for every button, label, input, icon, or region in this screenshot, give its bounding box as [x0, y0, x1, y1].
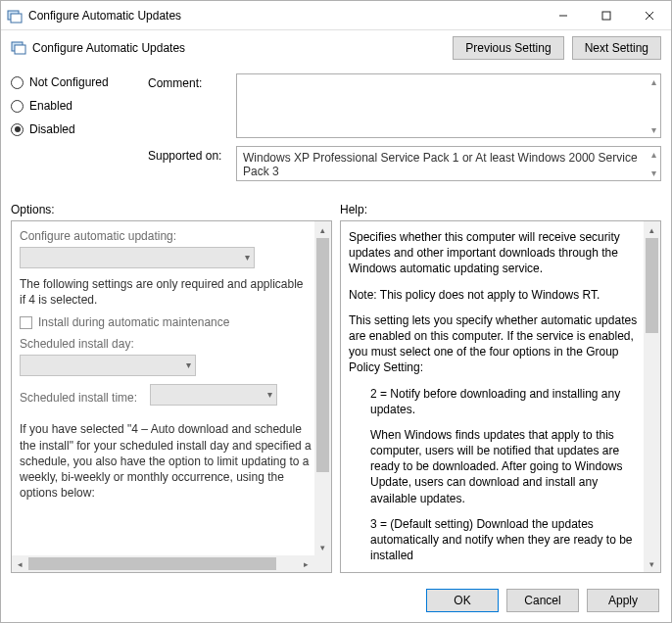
chevron-down-icon[interactable]: ▾ [651, 124, 656, 135]
radio-enabled[interactable] [11, 100, 24, 113]
scroll-up-icon[interactable]: ▴ [314, 221, 331, 238]
settings-top: Not Configured Enabled Disabled Comment:… [1, 70, 671, 197]
help-text: This setting lets you specify whether au… [349, 312, 641, 376]
chevron-up-icon[interactable]: ▴ [651, 149, 656, 160]
dialog-footer: OK Cancel Apply [1, 579, 671, 622]
help-text: Note: This policy does not apply to Wind… [349, 287, 641, 303]
options-panel: Configure automatic updating: ▾ The foll… [11, 220, 332, 573]
apply-button[interactable]: Apply [587, 589, 659, 612]
group-policy-editor-dialog: Configure Automatic Updates Configure Au… [0, 0, 672, 623]
policy-title: Configure Automatic Updates [32, 41, 185, 55]
chevron-down-icon[interactable]: ▾ [651, 168, 656, 178]
minimize-button[interactable] [542, 1, 585, 29]
help-label: Help: [340, 203, 661, 216]
scheduled-day-label: Scheduled install day: [20, 337, 312, 351]
supported-on-text: Windows XP Professional Service Pack 1 o… [237, 147, 660, 182]
svg-rect-3 [602, 12, 610, 20]
options-vertical-scrollbar[interactable]: ▴ ▾ [314, 221, 331, 555]
scroll-down-icon[interactable]: ▾ [644, 555, 660, 572]
install-maintenance-label: Install during automatic maintenance [38, 315, 229, 329]
supported-label: Supported on: [148, 146, 236, 181]
chevron-down-icon: ▾ [245, 252, 250, 263]
policy-icon [7, 8, 23, 24]
help-vertical-scrollbar[interactable]: ▴ ▾ [644, 221, 660, 572]
next-setting-button[interactable]: Next Setting [572, 36, 661, 60]
scroll-left-icon[interactable]: ◂ [12, 555, 28, 572]
chevron-down-icon: ▾ [186, 359, 191, 370]
policy-icon [11, 39, 26, 58]
window-title: Configure Automatic Updates [28, 9, 542, 23]
help-text: 2 = Notify before downloading and instal… [349, 386, 641, 417]
comment-label: Comment: [148, 73, 236, 138]
header: Configure Automatic Updates Previous Set… [1, 30, 671, 70]
chevron-down-icon: ▾ [267, 389, 272, 400]
help-text: When Windows finds updates that apply to… [349, 427, 641, 506]
scheduled-time-label: Scheduled install time: [20, 392, 137, 406]
cancel-button[interactable]: Cancel [506, 589, 579, 612]
ok-button[interactable]: OK [426, 589, 499, 612]
supported-on-box: Windows XP Professional Service Pack 1 o… [236, 146, 661, 181]
svg-rect-1 [11, 14, 22, 23]
scroll-up-icon[interactable]: ▴ [644, 221, 660, 238]
close-button[interactable] [628, 1, 671, 29]
options-label: Options: [11, 203, 332, 216]
radio-not-configured[interactable] [11, 76, 24, 89]
comment-textarea[interactable]: ▴ ▾ [236, 73, 661, 138]
scroll-down-icon[interactable]: ▾ [314, 539, 331, 555]
chevron-up-icon[interactable]: ▴ [651, 76, 656, 87]
configure-updating-combo[interactable]: ▾ [20, 247, 255, 268]
previous-setting-button[interactable]: Previous Setting [453, 36, 563, 60]
radio-label-disabled: Disabled [29, 122, 75, 136]
help-text: Specifies whether this computer will rec… [349, 229, 641, 277]
options-required-note: The following settings are only required… [20, 276, 312, 308]
state-radio-group: Not Configured Enabled Disabled [11, 73, 148, 189]
titlebar: Configure Automatic Updates [1, 1, 671, 30]
radio-label-not-configured: Not Configured [29, 75, 109, 89]
scroll-right-icon[interactable]: ▸ [298, 555, 314, 572]
scrollbar-corner [314, 555, 331, 572]
radio-label-enabled: Enabled [29, 99, 72, 113]
radio-disabled[interactable] [11, 123, 24, 136]
scheduled-day-combo[interactable]: ▾ [20, 355, 196, 376]
help-panel: Specifies whether this computer will rec… [340, 220, 661, 573]
svg-rect-7 [15, 45, 25, 54]
help-text: 3 = (Default setting) Download the updat… [349, 516, 641, 564]
scheduled-time-combo[interactable]: ▾ [150, 384, 277, 406]
maximize-button[interactable] [585, 1, 628, 29]
options-bottom-note: If you have selected "4 – Auto download … [20, 421, 312, 501]
options-horizontal-scrollbar[interactable]: ◂ ▸ [12, 555, 314, 572]
install-maintenance-checkbox[interactable] [20, 316, 32, 329]
configure-updating-label: Configure automatic updating: [20, 229, 312, 243]
